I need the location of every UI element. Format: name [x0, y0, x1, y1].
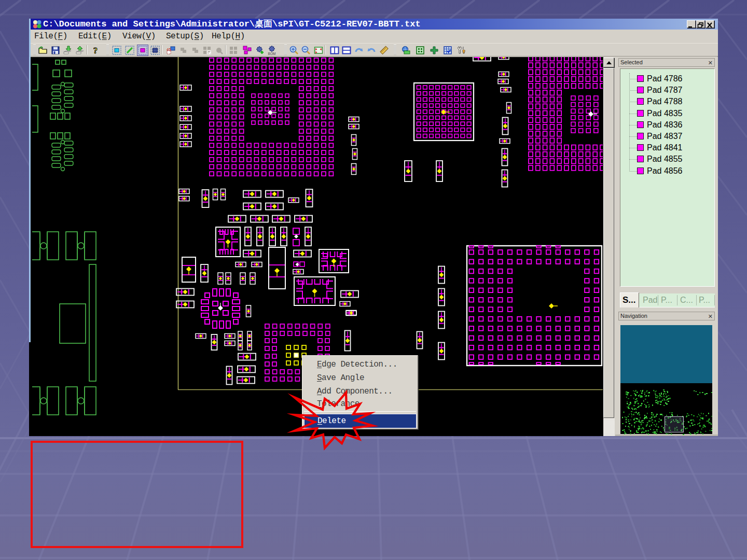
svg-text:BOM: BOM [268, 52, 276, 55]
svg-text:45: 45 [167, 47, 171, 52]
svg-text:?: ? [93, 46, 98, 55]
